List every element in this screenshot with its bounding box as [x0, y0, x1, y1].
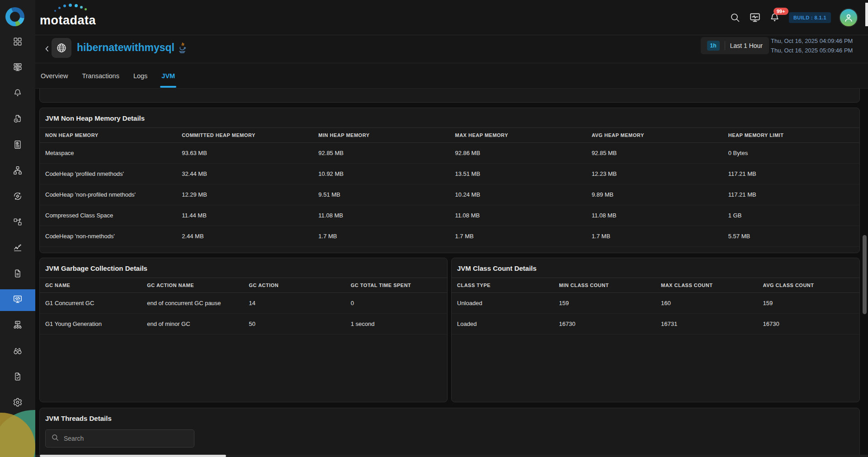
sidebar-item-alerts[interactable] [0, 83, 35, 105]
threads-search [45, 429, 194, 448]
panel-class-count: JVM Class Count Details CLASS TYPEMIN CL… [451, 258, 860, 402]
sidebar-item-apm[interactable] [0, 289, 35, 311]
audit-document-check-icon [13, 372, 23, 383]
user-avatar[interactable] [839, 8, 858, 27]
topology-icon [13, 165, 23, 177]
tab-transactions[interactable]: Transactions [81, 63, 120, 89]
table-cell: CodeHeap 'non-profiled nmethods' [40, 184, 176, 205]
panel-title: JVM Class Count Details [452, 258, 859, 278]
table-cell: 92.86 MB [449, 143, 586, 164]
time-window: Thu, Oct 16, 2025 04:09:46 PM Thu, Oct 1… [771, 36, 866, 55]
report-document-icon [13, 140, 23, 151]
network-devices-icon [13, 320, 23, 332]
sidebar-item-automation[interactable] [0, 186, 35, 208]
column-header: HEAP MEMORY LIMIT [723, 128, 859, 143]
content-area: JVM Non Heap Memory Details NON HEAP MEM… [35, 89, 868, 457]
brand-wordmark: motadata [40, 14, 96, 28]
table-cell: 9.51 MB [313, 184, 449, 205]
search-icon[interactable] [729, 12, 741, 24]
motadata-logo-icon[interactable] [5, 7, 24, 26]
sidebar-item-discovery[interactable] [0, 341, 35, 363]
sidebar-item-integrations[interactable] [0, 212, 35, 234]
panel-threads: JVM Threads Details [39, 408, 860, 457]
horizontal-scrollbar-thumb[interactable] [40, 455, 226, 457]
sidebar-item-reports[interactable] [0, 135, 35, 156]
alerts-bell-icon [13, 88, 23, 100]
notifications-bell-icon[interactable]: 99+ [769, 12, 781, 24]
column-header: GC ACTION [244, 278, 345, 293]
panel-title: JVM Non Heap Memory Details [40, 108, 859, 127]
divider [725, 41, 725, 50]
tab-bar: Overview Transactions Logs JVM [35, 63, 868, 89]
horizontal-scrollbar-track[interactable] [35, 455, 868, 457]
sidebar-item-network[interactable] [0, 315, 35, 337]
sidebar-item-audit[interactable] [0, 367, 35, 388]
tab-jvm[interactable]: JVM [160, 63, 176, 89]
table-header-row: CLASS TYPEMIN CLASS COUNTMAX CLASS COUNT… [452, 278, 859, 293]
sidebar-item-history[interactable] [0, 109, 35, 131]
table-cell: 2.44 MB [176, 226, 313, 247]
table-cell: 10.24 MB [449, 184, 586, 205]
time-range-label: Last 1 Hour [730, 42, 763, 49]
column-header: MAX HEAP MEMORY [449, 128, 586, 143]
table-row: CodeHeap 'non-profiled nmethods'12.29 MB… [40, 184, 859, 205]
non-heap-memory-table: NON HEAP MEMORYCOMMITTED HEAP MEMORYMIN … [40, 127, 859, 247]
sidebar-item-analytics[interactable] [0, 238, 35, 259]
table-row: Loaded167301673116730 [452, 314, 859, 335]
search-input[interactable] [64, 435, 181, 442]
table-cell: CodeHeap 'non-nmethods' [40, 226, 176, 247]
java-cup-icon [176, 42, 188, 57]
table-row: Compressed Class Space11.44 MB11.08 MB11… [40, 205, 859, 226]
table-cell: 1.7 MB [586, 226, 723, 247]
tab-logs[interactable]: Logs [132, 63, 148, 89]
sidebar-item-apps[interactable] [0, 32, 35, 53]
panel-non-heap-memory: JVM Non Heap Memory Details NON HEAP MEM… [39, 108, 860, 253]
tab-overview[interactable]: Overview [40, 63, 69, 89]
table-cell: G1 Concurrent GC [40, 293, 142, 314]
table-cell: 16730 [554, 314, 656, 335]
table-cell: 11.08 MB [449, 205, 586, 226]
page-vertical-scrollbar-thumb[interactable] [865, 3, 868, 26]
table-cell: 12.23 MB [586, 164, 723, 184]
table-cell: 0 Bytes [723, 143, 859, 164]
table-row: G1 Young Generationend of minor GC501 se… [40, 314, 447, 335]
history-document-clock-icon [13, 114, 23, 126]
device-monitor-icon[interactable] [749, 12, 761, 24]
sidebar-item-infrastructure[interactable] [0, 57, 35, 79]
table-cell: 159 [758, 293, 860, 314]
table-cell: 10.92 MB [313, 164, 449, 184]
apm-icon [13, 294, 23, 306]
table-cell: 117.21 MB [723, 184, 859, 205]
table-cell: 160 [656, 293, 758, 314]
back-chevron-icon[interactable] [42, 43, 52, 54]
time-from: Thu, Oct 16, 2025 04:09:46 PM [771, 36, 866, 46]
sidebar-item-topology[interactable] [0, 160, 35, 182]
time-range-selector[interactable]: 1h Last 1 Hour [701, 37, 769, 54]
column-header: AVG CLASS COUNT [758, 278, 860, 293]
discovery-binoculars-icon [13, 346, 23, 358]
table-cell: Compressed Class Space [40, 205, 176, 226]
automation-gear-sync-icon [13, 191, 23, 203]
sidebar [0, 0, 35, 457]
notification-count-badge: 99+ [774, 8, 788, 15]
panel-title: JVM Garbage Collection Details [40, 258, 447, 278]
globe-icon[interactable] [52, 38, 71, 58]
sidebar-decoration [0, 407, 35, 457]
table-cell: end of concurrent GC pause [142, 293, 243, 314]
table-cell: 11.08 MB [313, 205, 449, 226]
table-cell: 13.51 MB [449, 164, 586, 184]
table-cell: CodeHeap 'profiled nmethods' [40, 164, 176, 184]
table-cell: Unloaded [452, 293, 554, 314]
panel-scrolled-out [39, 89, 860, 103]
content-vertical-scrollbar-thumb[interactable] [863, 235, 867, 314]
page-title: hibernatewithmysql [77, 42, 175, 54]
table-row: CodeHeap 'non-nmethods'2.44 MB1.7 MB1.7 … [40, 226, 859, 247]
table-cell: 11.08 MB [586, 205, 723, 226]
table-cell: Metaspace [40, 143, 176, 164]
sidebar-item-logs[interactable] [0, 264, 35, 285]
table-cell: 1.7 MB [449, 226, 586, 247]
column-header: MIN CLASS COUNT [554, 278, 656, 293]
table-cell: G1 Young Generation [40, 314, 142, 335]
table-cell: 0 [345, 293, 447, 314]
build-version-badge: BUILD : 8.1.1 [789, 12, 831, 23]
